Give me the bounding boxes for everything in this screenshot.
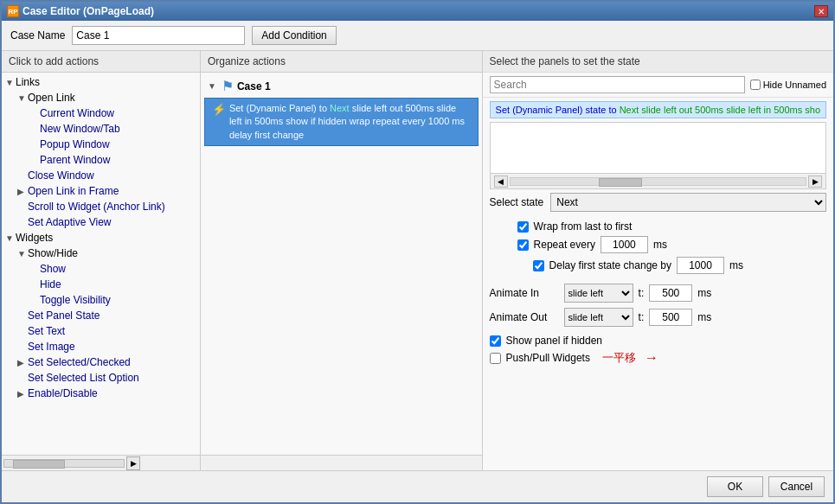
- tree-label-set-selected: Set Selected/Checked: [28, 356, 131, 368]
- delay-option-row: Delay first state change by ms: [517, 255, 826, 276]
- ok-button[interactable]: OK: [707, 476, 763, 497]
- window-title: Case Editor (OnPageLoad): [22, 5, 154, 17]
- tree-item-current-window[interactable]: Current Window: [2, 105, 200, 121]
- push-pull-row: Push/Pull Widgets 一平移 →: [490, 348, 826, 367]
- animate-in-t-label: t:: [639, 287, 645, 299]
- add-condition-button[interactable]: Add Condition: [252, 26, 336, 45]
- selected-item-state: Next slide left out 500ms slide left in …: [620, 105, 820, 115]
- tree-item-hide[interactable]: Hide: [2, 277, 200, 292]
- tree-label-open-link: Open Link: [28, 92, 75, 104]
- delay-value-input[interactable]: [677, 257, 724, 274]
- hide-unnamed-label: Hide Unnamed: [763, 80, 826, 90]
- scroll-right-button[interactable]: ▶: [126, 456, 140, 470]
- tree-item-show[interactable]: Show: [2, 261, 200, 277]
- tree-label-show-hide: Show/Hide: [28, 247, 78, 259]
- left-panel-header: Click to add actions: [2, 51, 200, 73]
- scroll-left-button[interactable]: ◀: [494, 175, 508, 188]
- animate-in-select[interactable]: slide left: [564, 284, 633, 303]
- repeat-value-input[interactable]: [601, 236, 648, 253]
- animate-out-label: Animate Out: [490, 311, 559, 323]
- tree-label-parent-window: Parent Window: [40, 154, 110, 166]
- animate-out-value[interactable]: [649, 309, 692, 326]
- animate-out-t-label: t:: [639, 311, 645, 323]
- tree-arrow-open-link: [17, 93, 28, 103]
- tree-item-open-link-frame[interactable]: Open Link in Frame: [2, 183, 200, 199]
- action-row[interactable]: ⚡ Set (Dynamic Panel) to Next slide left…: [204, 98, 479, 146]
- case-editor-window: RP Case Editor (OnPageLoad) ✕ Case Name …: [0, 0, 835, 504]
- tree-item-scroll-widget[interactable]: Scroll to Widget (Anchor Link): [2, 199, 200, 214]
- close-window-button[interactable]: ✕: [814, 5, 828, 17]
- chinese-note: 一平移: [602, 350, 636, 366]
- bottom-bar: OK Cancel: [2, 470, 833, 502]
- tree-item-set-image[interactable]: Set Image: [2, 339, 200, 354]
- show-panel-label: Show panel if hidden: [506, 335, 602, 347]
- action-text: Set (Dynamic Panel) to Next slide left o…: [229, 102, 471, 142]
- scroll-right-h-button[interactable]: ▶: [808, 175, 822, 188]
- tree-label-set-text: Set Text: [28, 325, 65, 337]
- show-panel-checkbox[interactable]: [490, 335, 501, 347]
- tree-item-set-panel-state[interactable]: Set Panel State: [2, 308, 200, 323]
- tree-label-current-window: Current Window: [40, 107, 114, 119]
- tree-label-hide: Hide: [40, 278, 61, 290]
- animate-in-unit: ms: [697, 287, 711, 299]
- tree-label-new-window: New Window/Tab: [40, 123, 120, 135]
- middle-panel: Organize actions ⚑ Case 1 ⚡ Set (Dynamic…: [201, 51, 483, 470]
- search-row: Hide Unnamed: [483, 73, 833, 98]
- tree-item-close-window[interactable]: Close Window: [2, 168, 200, 183]
- tree-item-set-selected[interactable]: Set Selected/Checked: [2, 354, 200, 370]
- left-scrollbar[interactable]: ▶: [2, 455, 200, 470]
- tree-item-show-hide[interactable]: Show/Hide: [2, 246, 200, 261]
- tree-item-links[interactable]: Links: [2, 74, 200, 90]
- state-select[interactable]: Next: [550, 193, 826, 212]
- left-panel: Click to add actions Links Open Link: [2, 51, 201, 470]
- action-lightning-icon: ⚡: [212, 103, 226, 116]
- show-panel-row: Show panel if hidden: [490, 333, 826, 348]
- tree-arrow-open-link-frame: [17, 187, 28, 196]
- h-scrollbar-row: ◀ ▶: [490, 174, 826, 189]
- animate-section: Animate In slide left t: ms Animate Out …: [483, 279, 833, 331]
- animate-in-value[interactable]: [649, 284, 692, 302]
- delay-checkbox[interactable]: [533, 260, 544, 271]
- title-bar: RP Case Editor (OnPageLoad) ✕: [2, 2, 833, 21]
- app-icon: RP: [7, 5, 19, 17]
- tree-arrow-set-selected: [17, 358, 28, 367]
- tree-label-enable-disable: Enable/Disable: [28, 387, 98, 399]
- tree-item-widgets[interactable]: Widgets: [2, 230, 200, 246]
- tree-item-set-text[interactable]: Set Text: [2, 323, 200, 339]
- tree-arrow-enable-disable: [17, 389, 28, 399]
- tree-item-set-adaptive[interactable]: Set Adaptive View: [2, 214, 200, 230]
- case-icon: ⚑: [222, 78, 234, 94]
- search-input[interactable]: [490, 76, 745, 93]
- animate-out-row: Animate Out slide left t: ms: [490, 305, 826, 329]
- delay-unit: ms: [729, 259, 743, 271]
- cancel-button[interactable]: Cancel: [768, 476, 825, 497]
- case-name-input[interactable]: [72, 26, 245, 45]
- tree-label-scroll-widget: Scroll to Widget (Anchor Link): [28, 201, 165, 213]
- wrap-label: Wrap from last to first: [534, 220, 633, 233]
- case-title: Case 1: [237, 80, 271, 93]
- right-panel: Select the panels to set the state Hide …: [483, 51, 833, 470]
- tree-label-set-adaptive: Set Adaptive View: [28, 216, 112, 228]
- action-tree: Links Open Link Current Window: [2, 73, 200, 455]
- tree-label-links: Links: [16, 76, 40, 88]
- hide-unnamed-checkbox[interactable]: [750, 80, 761, 90]
- animate-out-select[interactable]: slide left: [564, 308, 633, 327]
- wrap-checkbox[interactable]: [517, 221, 529, 233]
- tree-label-widgets: Widgets: [16, 232, 53, 244]
- repeat-unit: ms: [653, 239, 667, 251]
- case-row: ⚑ Case 1: [204, 76, 479, 96]
- push-pull-label: Push/Pull Widgets: [506, 352, 590, 364]
- tree-item-toggle[interactable]: Toggle Visibility: [2, 292, 200, 308]
- tree-item-set-list[interactable]: Set Selected List Option: [2, 370, 200, 386]
- tree-item-enable-disable[interactable]: Enable/Disable: [2, 386, 200, 401]
- push-pull-checkbox[interactable]: [490, 353, 501, 364]
- repeat-label: Repeat every: [534, 239, 595, 251]
- tree-item-open-link[interactable]: Open Link: [2, 90, 200, 105]
- tree-item-parent-window[interactable]: Parent Window: [2, 152, 200, 168]
- repeat-checkbox[interactable]: [517, 239, 529, 251]
- animate-in-label: Animate In: [490, 287, 559, 299]
- tree-label-toggle: Toggle Visibility: [40, 294, 111, 306]
- middle-panel-header: Organize actions: [201, 51, 482, 73]
- tree-item-popup-window[interactable]: Popup Window: [2, 137, 200, 152]
- tree-item-new-window[interactable]: New Window/Tab: [2, 121, 200, 137]
